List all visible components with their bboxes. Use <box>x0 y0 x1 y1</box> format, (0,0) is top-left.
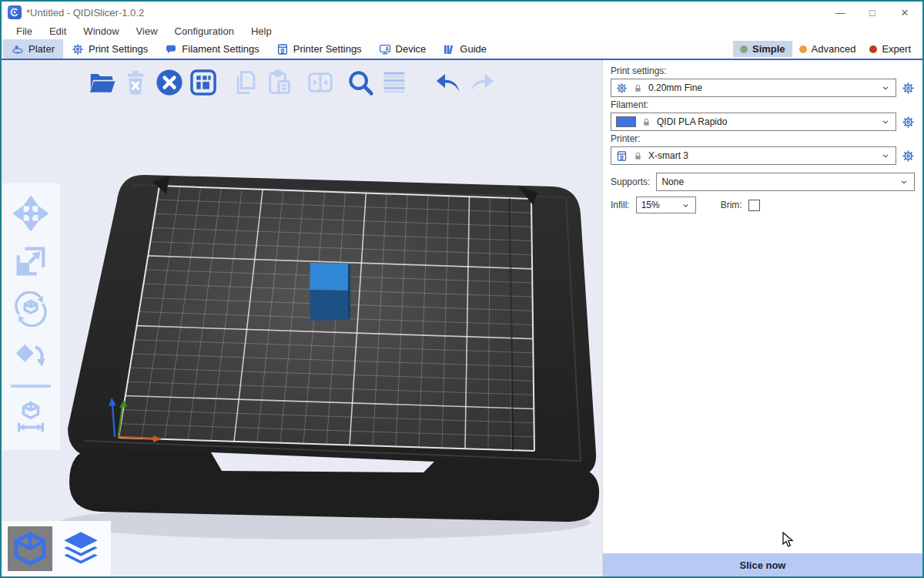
plater-icon <box>12 43 24 55</box>
tab-bar: Plater Print Settings Filament Settings … <box>2 39 922 60</box>
toolbar-undo-button[interactable] <box>431 66 465 99</box>
advanced-mode-dot-icon <box>799 45 807 53</box>
scale-tool-button[interactable] <box>6 237 55 285</box>
print-settings-value: 0.20mm Fine <box>648 82 702 93</box>
infill-label: Infill: <box>611 200 630 210</box>
printer-icon <box>276 43 289 55</box>
delete-trash-icon <box>122 69 149 96</box>
rotate-icon <box>13 291 49 327</box>
toolbar-paste-button[interactable] <box>262 66 296 99</box>
toolbar-split-button[interactable] <box>303 66 337 99</box>
print-settings-combo[interactable]: 0.20mm Fine <box>611 79 896 97</box>
gear-icon <box>616 82 628 94</box>
toolbar-search-button[interactable] <box>343 66 377 99</box>
viewport-toolbar <box>85 66 499 99</box>
open-folder-icon <box>87 68 116 97</box>
3d-viewport[interactable] <box>2 60 602 576</box>
tab-plater[interactable]: Plater <box>3 39 63 59</box>
measure-icon <box>13 399 49 435</box>
menu-window[interactable]: Window <box>75 25 127 37</box>
toolbar-copy-button[interactable] <box>228 66 262 99</box>
print-settings-label: Print settings: <box>611 66 915 76</box>
filament-color-swatch <box>616 116 636 127</box>
preview-view-button[interactable] <box>59 526 103 571</box>
minimize-button[interactable]: — <box>827 3 853 22</box>
move-icon <box>13 196 49 231</box>
edit-print-settings-button[interactable] <box>902 82 915 95</box>
menu-file[interactable]: File <box>8 25 41 37</box>
device-monitor-icon <box>379 43 391 55</box>
simple-mode-dot-icon <box>740 45 748 53</box>
3d-editor-view-button[interactable] <box>8 526 52 571</box>
tab-label: Plater <box>28 43 55 55</box>
menu-edit[interactable]: Edit <box>41 25 75 37</box>
menu-configuration[interactable]: Configuration <box>166 25 243 37</box>
tab-label: Guide <box>460 43 487 55</box>
mode-expert[interactable]: Expert <box>862 41 918 57</box>
view-switcher <box>2 521 111 576</box>
app-logo-icon <box>8 5 22 19</box>
printer-value: X-smart 3 <box>648 150 688 161</box>
menu-help[interactable]: Help <box>243 25 280 37</box>
supports-combo[interactable]: None <box>656 173 915 191</box>
chevron-down-icon <box>681 200 691 210</box>
mode-label: Expert <box>882 43 911 55</box>
split-icon <box>306 69 334 96</box>
lock-icon <box>641 117 651 127</box>
toolbar-delete-all-button[interactable] <box>152 66 186 99</box>
settings-panel: Print settings: 0.20mm Fine Filament: QI… <box>602 60 922 576</box>
toolbar-delete-button[interactable] <box>119 66 152 99</box>
tab-print-settings[interactable]: Print Settings <box>63 39 156 59</box>
supports-label: Supports: <box>611 176 650 187</box>
filament-combo[interactable]: QIDI PLA Rapido <box>611 113 896 131</box>
mode-simple[interactable]: Simple <box>733 41 792 57</box>
measure-tool-button[interactable] <box>6 393 55 441</box>
supports-value: None <box>661 176 684 187</box>
slice-now-button[interactable]: Slice now <box>603 553 922 576</box>
edit-printer-button[interactable] <box>902 150 915 163</box>
scale-icon <box>13 244 49 279</box>
tab-label: Device <box>396 43 427 55</box>
lock-icon <box>633 83 643 93</box>
mouse-cursor <box>782 532 795 549</box>
mode-advanced[interactable]: Advanced <box>792 41 863 57</box>
infill-combo[interactable]: 15% <box>636 197 696 213</box>
brim-checkbox[interactable] <box>748 200 760 211</box>
3d-view-cube-icon <box>12 530 49 567</box>
chevron-down-icon <box>880 82 891 93</box>
mode-selector: Simple Advanced Expert <box>733 39 922 59</box>
expert-mode-dot-icon <box>869 45 877 53</box>
brim-label: Brim: <box>721 200 742 210</box>
infill-value: 15% <box>641 200 660 210</box>
menu-bar: File Edit Window View Configuration Help <box>2 23 922 39</box>
model-cube[interactable] <box>310 263 350 321</box>
guide-books-icon <box>443 43 455 55</box>
app-window: *Untitled - QIDISlicer-1.0.2 — □ ✕ File … <box>0 0 924 578</box>
printer-combo[interactable]: X-smart 3 <box>611 146 896 165</box>
3d-scene-canvas[interactable] <box>2 60 602 576</box>
tab-printer-settings[interactable]: Printer Settings <box>268 39 370 59</box>
rotate-tool-button[interactable] <box>6 285 55 333</box>
toolbar-arrange-button[interactable] <box>186 66 220 99</box>
printer-icon <box>616 150 628 162</box>
toolbar-open-button[interactable] <box>85 66 119 99</box>
tab-guide[interactable]: Guide <box>434 39 495 59</box>
filament-label: Filament: <box>611 99 915 110</box>
place-on-face-tool-button[interactable] <box>6 333 55 381</box>
maximize-button[interactable]: □ <box>859 3 886 22</box>
toolbar-redo-button[interactable] <box>465 66 499 99</box>
tab-filament-settings[interactable]: Filament Settings <box>156 39 267 59</box>
edit-filament-button[interactable] <box>902 116 915 129</box>
search-icon <box>346 68 375 97</box>
menu-view[interactable]: View <box>128 25 166 37</box>
filament-value: QIDI PLA Rapido <box>657 116 727 127</box>
tab-label: Filament Settings <box>182 43 259 55</box>
mode-label: Simple <box>752 43 785 55</box>
close-button[interactable]: ✕ <box>892 3 918 22</box>
copy-icon <box>231 69 259 96</box>
tab-device[interactable]: Device <box>370 39 435 59</box>
lock-icon <box>633 151 643 161</box>
toolbar-variable-layer-height-button[interactable] <box>377 66 411 99</box>
move-tool-button[interactable] <box>6 190 55 237</box>
paste-icon <box>265 69 293 96</box>
